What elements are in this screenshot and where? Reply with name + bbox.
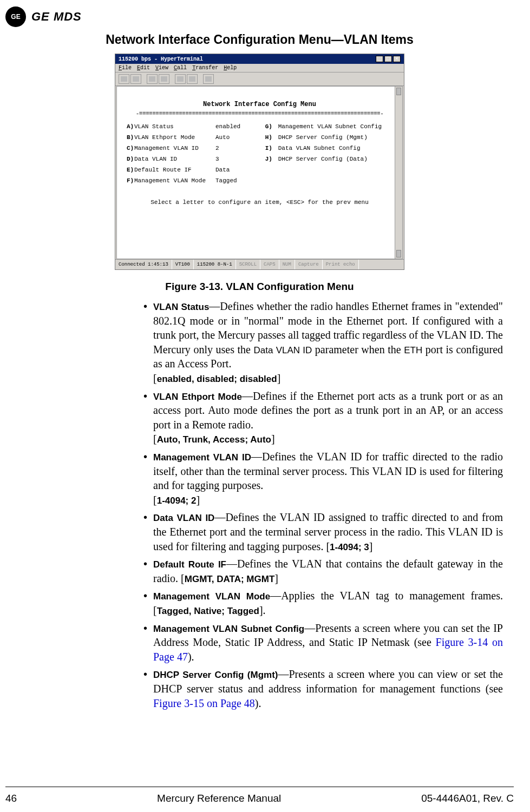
menubar: FFileile Edit View Call Transfer Help [115,64,404,72]
ge-logo-icon: GE [5,6,26,27]
tool-properties-icon[interactable] [203,74,214,84]
menu-view[interactable]: View [155,65,168,71]
menu-item-h[interactable]: H)DHCP Server Config (Mgmt) [265,134,398,141]
menu-item-j[interactable]: J)DHCP Server Config (Data) [265,156,398,162]
footer-page-number: 46 [5,793,17,804]
cross-reference-link[interactable]: Figure 3-15 on Page 48 [153,697,255,709]
menu-item-a[interactable]: A)VLAN Statusenabled [121,123,265,130]
menu-item-b[interactable]: B)VLAN Ethport ModeAuto [121,134,265,141]
tool-connect-icon[interactable] [147,74,158,84]
menu-call[interactable]: Call [174,65,187,71]
brand-text: GE MDS [31,10,82,24]
terminal-body: Network Interface Config Menu -=========… [116,86,403,259]
menu-item-d[interactable]: D)Data VLAN ID3 [121,156,265,162]
terminal-heading: Network Interface Config Menu [121,101,398,108]
scrollbar[interactable] [395,87,402,259]
status-settings: 115200 8-N-1 [194,260,236,269]
list-item: VLAN Status—Defines whether the radio ha… [153,299,503,386]
doc-header: GE GE MDS [5,6,514,27]
menu-transfer[interactable]: Transfer [192,65,218,71]
list-item: DHCP Server Config (Mgmt)—Presents a scr… [153,667,503,710]
list-item: Management VLAN Subnet Config—Presents a… [153,621,503,664]
statusbar: Connected 1:45:13 VT100 115200 8-N-1 SCR… [115,259,404,269]
tool-disconnect-icon[interactable] [159,74,169,84]
tool-new-icon[interactable] [119,74,129,84]
menu-edit[interactable]: Edit [137,65,150,71]
footer-revision: 05-4446A01, Rev. C [421,793,514,804]
terminal-hint: Select a letter to configure an item, <E… [121,199,398,206]
menu-item-c[interactable]: C)Management VLAN ID2 [121,145,265,151]
tool-receive-icon[interactable] [187,74,198,84]
status-capture: Capture [295,260,323,269]
bullet-list: VLAN Status—Defines whether the radio ha… [143,299,503,710]
menu-item-g[interactable]: G)Management VLAN Subnet Config [265,123,398,130]
status-printecho: Print echo [323,260,359,269]
list-item: Management VLAN ID—Defines the VLAN ID f… [153,450,503,507]
footer-manual-title: Mercury Reference Manual [157,793,281,804]
toolbar [115,72,404,86]
menu-file[interactable]: FFileile [119,65,132,71]
status-scroll: SCROLL [236,260,260,269]
minimize-icon[interactable]: _ [376,56,383,62]
list-item: Management VLAN Mode—Applies the VLAN ta… [153,589,503,617]
page-footer: 46 Mercury Reference Manual 05-4446A01, … [5,787,514,804]
terminal-divider: -=======================================… [121,110,398,117]
tool-open-icon[interactable] [130,74,141,84]
figure-caption: Figure 3-13. VLAN Configuration Menu [5,281,514,293]
status-connected: Connected 1:45:13 [115,260,172,269]
menu-item-f[interactable]: F)Management VLAN ModeTagged [121,177,265,184]
list-item: Data VLAN ID—Defines the VLAN ID assigne… [153,510,503,553]
hyperterminal-window: 115200 bps - HyperTerminal _ □ × FFileil… [115,54,404,270]
menu-item-e[interactable]: E)Default Route IFData [121,167,265,173]
maximize-icon[interactable]: □ [384,56,392,62]
window-title: 115200 bps - HyperTerminal [119,56,203,62]
menu-item-i[interactable]: I)Data VLAN Subnet Config [265,145,398,151]
status-emulation: VT100 [172,260,194,269]
menu-help[interactable]: Help [224,65,237,71]
status-num: NUM [279,260,295,269]
list-item: VLAN Ethport Mode—Defines if the Etherne… [153,389,503,446]
tool-send-icon[interactable] [175,74,186,84]
window-titlebar: 115200 bps - HyperTerminal _ □ × [115,54,404,64]
status-caps: CAPS [260,260,279,269]
list-item: Default Route IF—Defines the VLAN that c… [153,557,503,585]
section-title: Network Interface Configuration Menu—VLA… [5,32,514,47]
close-icon[interactable]: × [393,56,401,62]
